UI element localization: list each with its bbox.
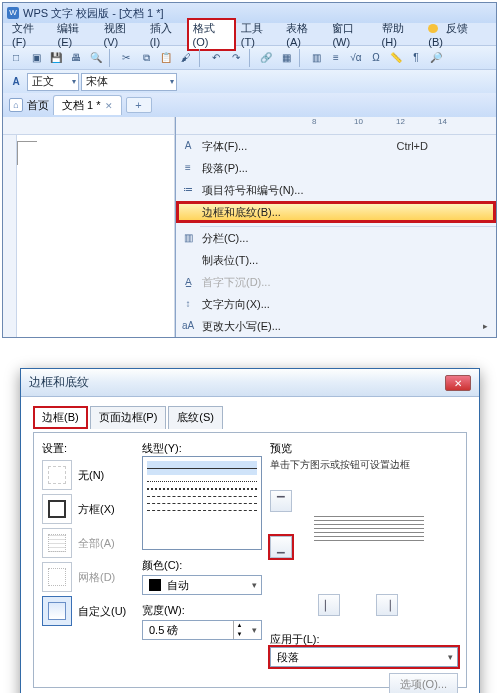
find-icon[interactable]: 🔎 — [427, 49, 445, 67]
symbol-icon[interactable]: Ω — [367, 49, 385, 67]
cut-icon[interactable]: ✂ — [117, 49, 135, 67]
close-button[interactable]: ✕ — [445, 375, 471, 391]
menu-view[interactable]: 视图(V) — [99, 19, 145, 50]
styles-icon[interactable]: A — [7, 73, 25, 91]
options-button[interactable]: 选项(O)... — [389, 673, 458, 693]
open-icon[interactable]: ▣ — [27, 49, 45, 67]
dialog-title-bar: 边框和底纹 ✕ — [21, 369, 479, 397]
color-chip-icon — [149, 579, 161, 591]
print-icon[interactable]: 🖶 — [67, 49, 85, 67]
menu-window[interactable]: 窗口(W) — [327, 19, 376, 50]
text-direction-icon: ↕ — [181, 297, 195, 311]
table-icon[interactable]: ▦ — [277, 49, 295, 67]
tab-border[interactable]: 边框(B) — [33, 406, 88, 429]
close-tab-icon[interactable]: ✕ — [105, 101, 113, 111]
document-area: 8 10 12 14 A字体(F)...Ctrl+D ≡段落(P)... ≔项目… — [3, 117, 496, 337]
tab-page-border[interactable]: 页面边框(P) — [90, 406, 167, 429]
setting-all[interactable]: 全部(A) — [42, 528, 134, 558]
apply-label: 应用于(L): — [270, 632, 458, 647]
line-label: 线型(Y): — [142, 441, 262, 456]
menu-insert[interactable]: 插入(I) — [145, 19, 187, 50]
format-dropdown-menu: 8 10 12 14 A字体(F)...Ctrl+D ≡段落(P)... ≔项目… — [175, 117, 496, 337]
menu-item-paragraph[interactable]: ≡段落(P)... — [176, 157, 496, 179]
width-select[interactable]: 0.5 磅▲▼ — [142, 620, 262, 640]
setting-custom[interactable]: 自定义(U) — [42, 596, 134, 626]
undo-icon[interactable]: ↶ — [207, 49, 225, 67]
borders-shading-dialog: 边框和底纹 ✕ 边框(B) 页面边框(P) 底纹(S) 设置: 无(N) 方框(… — [20, 368, 480, 693]
color-label: 颜色(C): — [142, 558, 262, 573]
setting-none[interactable]: 无(N) — [42, 460, 134, 490]
dialog-tab-strip: 边框(B) 页面边框(P) 底纹(S) — [33, 405, 467, 428]
color-select[interactable]: 自动 — [142, 575, 262, 595]
menu-item-tabs[interactable]: 制表位(T)... — [176, 249, 496, 271]
width-label: 宽度(W): — [142, 603, 262, 618]
menu-item-font[interactable]: A字体(F)...Ctrl+D — [176, 135, 496, 157]
h-ruler-right: 8 10 12 14 — [176, 117, 496, 135]
page-corner — [17, 141, 37, 165]
home-tab-label[interactable]: 首页 — [27, 98, 49, 113]
menu-file[interactable]: 文件(F) — [7, 19, 52, 50]
toolbar-standard: □ ▣ 💾 🖶 🔍 ✂ ⧉ 📋 🖌 ↶ ↷ 🔗 ▦ ▥ ≡ √α Ω 📏 ¶ 🔎 — [3, 45, 496, 69]
menu-tools[interactable]: 工具(T) — [236, 19, 281, 50]
preview-icon[interactable]: 🔍 — [87, 49, 105, 67]
line-style-list[interactable] — [142, 456, 262, 550]
style-select[interactable]: 正文 — [27, 73, 79, 91]
menu-item-dropcap[interactable]: A̲首字下沉(D)... — [176, 271, 496, 293]
menu-edit[interactable]: 编辑(E) — [52, 19, 98, 50]
setting-grid[interactable]: 网格(D) — [42, 562, 134, 592]
preview-hint: 单击下方图示或按钮可设置边框 — [270, 458, 458, 472]
paragraph-mark-icon[interactable]: ¶ — [407, 49, 425, 67]
width-stepper[interactable]: ▲▼ — [233, 621, 245, 639]
ruler-icon[interactable]: 📏 — [387, 49, 405, 67]
dialog-title: 边框和底纹 — [29, 374, 89, 391]
format-painter-icon[interactable]: 🖌 — [177, 49, 195, 67]
paste-icon[interactable]: 📋 — [157, 49, 175, 67]
save-icon[interactable]: 💾 — [47, 49, 65, 67]
dialog-panel: 设置: 无(N) 方框(X) 全部(A) 网格(D) 自定义(U) 线型(Y): — [33, 432, 467, 688]
align-icon[interactable]: ≡ — [327, 49, 345, 67]
preview-top-border-button[interactable]: ▔ — [270, 490, 292, 512]
toolbar-formatting: A 正文 宋体 — [3, 69, 496, 93]
preview-bottom-border-button[interactable]: ▁ — [270, 536, 292, 558]
settings-label: 设置: — [42, 441, 134, 456]
tab-doc1[interactable]: 文档 1 *✕ — [53, 95, 122, 115]
wps-main-window: W WPS 文字 校园版 - [文档 1 *] 文件(F) 编辑(E) 视图(V… — [2, 2, 497, 338]
change-case-icon: aA — [181, 319, 195, 333]
copy-icon[interactable]: ⧉ — [137, 49, 155, 67]
menu-item-bullets[interactable]: ≔项目符号和编号(N)... — [176, 179, 496, 201]
menu-format[interactable]: 格式(O) — [187, 18, 236, 51]
app-icon: W — [7, 7, 19, 19]
menu-item-columns[interactable]: ▥分栏(C)... — [176, 227, 496, 249]
menu-help[interactable]: 帮助(H) — [377, 19, 424, 50]
setting-box[interactable]: 方框(X) — [42, 494, 134, 524]
hyperlink-icon[interactable]: 🔗 — [257, 49, 275, 67]
menu-bar: 文件(F) 编辑(E) 视图(V) 插入(I) 格式(O) 工具(T) 表格(A… — [3, 23, 496, 45]
bullets-icon: ≔ — [181, 183, 195, 197]
formula-icon[interactable]: √α — [347, 49, 365, 67]
preview-label: 预览 — [270, 441, 458, 456]
home-icon[interactable]: ⌂ — [9, 98, 23, 112]
paragraph-icon: ≡ — [181, 161, 195, 175]
preview-right-border-button[interactable]: ▕ — [376, 594, 398, 616]
menu-item-borders[interactable]: 边框和底纹(B)... — [176, 201, 496, 223]
dropcap-icon: A̲ — [181, 275, 195, 289]
columns-icon[interactable]: ▥ — [307, 49, 325, 67]
h-ruler-left — [3, 117, 174, 135]
menu-table[interactable]: 表格(A) — [281, 19, 327, 50]
new-icon[interactable]: □ — [7, 49, 25, 67]
preview-left-border-button[interactable]: ▏ — [318, 594, 340, 616]
preview-area: ▔ ▁ ▏ ▕ — [270, 476, 458, 616]
document-tab-bar: ⌂ 首页 文档 1 *✕ + — [3, 93, 496, 117]
v-ruler — [3, 135, 17, 337]
new-tab-button[interactable]: + — [126, 97, 152, 113]
columns-icon: ▥ — [181, 231, 195, 245]
preview-document[interactable] — [304, 480, 434, 576]
redo-icon[interactable]: ↷ — [227, 49, 245, 67]
menu-item-change-case[interactable]: aA更改大小写(E)...▸ — [176, 315, 496, 337]
menu-item-text-direction[interactable]: ↕文字方向(X)... — [176, 293, 496, 315]
font-select[interactable]: 宋体 — [81, 73, 177, 91]
menu-feedback[interactable]: 反馈(B) — [423, 19, 492, 50]
apply-to-select[interactable]: 段落 — [270, 647, 458, 667]
tab-shading[interactable]: 底纹(S) — [168, 406, 223, 429]
font-icon: A — [181, 139, 195, 153]
